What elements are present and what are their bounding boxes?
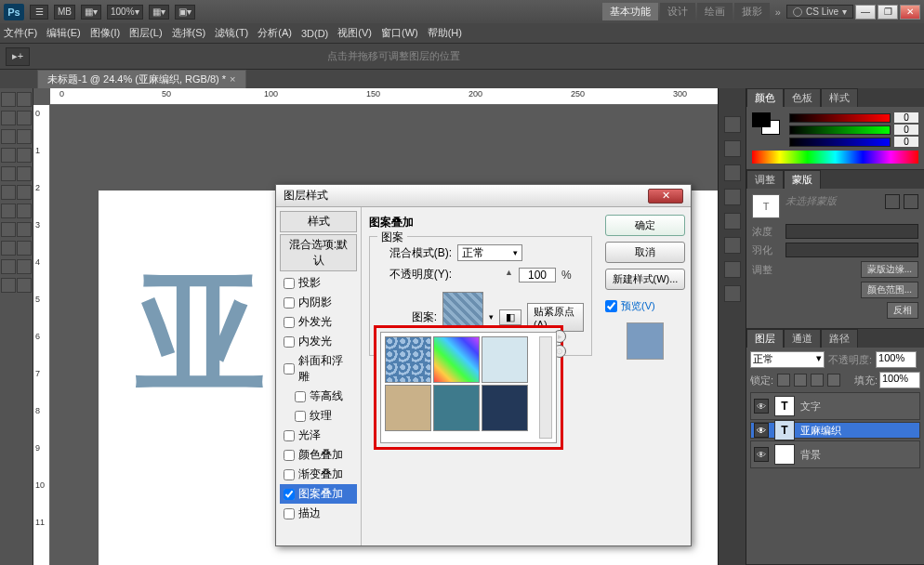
window-close-button[interactable]: ✕ bbox=[900, 5, 920, 20]
green-slider[interactable] bbox=[789, 125, 891, 135]
cancel-button[interactable]: 取消 bbox=[605, 242, 685, 263]
workspace-design-tab[interactable]: 设计 bbox=[660, 3, 695, 20]
preview-checkbox[interactable] bbox=[605, 300, 617, 312]
workspace-more-arrow[interactable]: » bbox=[772, 7, 785, 18]
layers-tab[interactable]: 图层 bbox=[746, 329, 784, 348]
red-value[interactable]: 0 bbox=[894, 112, 918, 123]
layer-row[interactable]: 👁 背景 bbox=[750, 440, 920, 468]
cslive-button[interactable]: CS Live▾ bbox=[786, 5, 853, 19]
window-minimize-button[interactable]: — bbox=[855, 5, 876, 20]
pattern-swatch-teal[interactable] bbox=[433, 385, 480, 431]
effect-color-overlay[interactable]: 颜色叠加 bbox=[280, 445, 357, 465]
window-maximize-button[interactable]: ❐ bbox=[878, 5, 898, 20]
pattern-swatch-tan[interactable] bbox=[385, 385, 431, 431]
effect-checkbox[interactable] bbox=[284, 336, 295, 348]
menu-analysis[interactable]: 分析(A) bbox=[257, 26, 292, 40]
opacity-slider[interactable] bbox=[457, 269, 513, 281]
strip-icon-1[interactable] bbox=[724, 116, 741, 133]
pattern-scrollbar[interactable] bbox=[539, 336, 552, 439]
menu-3d[interactable]: 3D(D) bbox=[301, 28, 328, 39]
menu-file[interactable]: 文件(F) bbox=[4, 26, 37, 40]
opacity-value-input[interactable]: 100 bbox=[519, 268, 556, 282]
mask-thumb[interactable]: T bbox=[752, 194, 780, 218]
effect-checkbox[interactable] bbox=[284, 508, 295, 519]
invert-button[interactable]: 反相 bbox=[887, 302, 918, 319]
opacity-input[interactable]: 100% bbox=[876, 351, 917, 368]
visibility-eye-icon[interactable]: 👁 bbox=[754, 399, 769, 414]
blend-options-header[interactable]: 混合选项:默认 bbox=[280, 234, 357, 271]
strip-icon-3[interactable] bbox=[724, 164, 741, 181]
channels-tab[interactable]: 通道 bbox=[784, 329, 821, 348]
layer-row[interactable]: 👁 T 文字 bbox=[750, 392, 920, 420]
titlebar-btn-6[interactable]: ▣▾ bbox=[175, 5, 195, 20]
color-spectrum[interactable] bbox=[752, 151, 918, 164]
paths-tab[interactable]: 路径 bbox=[821, 329, 858, 348]
swatches-tab[interactable]: 色板 bbox=[784, 88, 821, 107]
marquee-tool[interactable] bbox=[17, 92, 32, 107]
visibility-eye-icon[interactable]: 👁 bbox=[754, 423, 769, 438]
blend-mode-combo[interactable]: 正常 bbox=[457, 244, 522, 261]
strip-icon-8[interactable] bbox=[724, 285, 741, 302]
menu-select[interactable]: 选择(S) bbox=[172, 26, 206, 40]
red-slider[interactable] bbox=[789, 113, 891, 123]
effect-satin[interactable]: 光泽 bbox=[280, 426, 357, 445]
current-tool-indicator[interactable]: ▸+ bbox=[6, 47, 30, 66]
3d-camera-tool[interactable] bbox=[17, 259, 32, 274]
pattern-swatch-bubbles[interactable] bbox=[385, 336, 431, 383]
strip-icon-4[interactable] bbox=[724, 189, 741, 205]
fg-swatch[interactable] bbox=[752, 112, 771, 127]
color-range-button[interactable]: 颜色范围... bbox=[861, 282, 918, 298]
effect-checkbox[interactable] bbox=[284, 278, 295, 289]
masks-tab[interactable]: 蒙版 bbox=[784, 170, 821, 189]
strip-icon-2[interactable] bbox=[724, 140, 741, 157]
strip-icon-5[interactable] bbox=[724, 213, 741, 230]
dialog-close-button[interactable]: ✕ bbox=[648, 189, 683, 204]
stamp-tool[interactable] bbox=[1, 166, 16, 181]
blue-value[interactable]: 0 bbox=[894, 137, 918, 147]
eyedropper-tool[interactable] bbox=[17, 129, 32, 144]
adjustments-tab[interactable]: 调整 bbox=[746, 170, 784, 189]
pattern-swatch-navy[interactable] bbox=[482, 385, 528, 431]
type-tool[interactable] bbox=[17, 222, 32, 237]
pen-tool[interactable] bbox=[1, 222, 16, 237]
menu-edit[interactable]: 编辑(E) bbox=[46, 26, 81, 40]
effect-bevel[interactable]: 斜面和浮雕 bbox=[280, 351, 357, 387]
move-tool[interactable] bbox=[1, 92, 16, 107]
effect-checkbox[interactable] bbox=[284, 297, 295, 309]
zoom-tool[interactable] bbox=[17, 278, 32, 293]
layer-row[interactable]: 👁 T 亚麻编织 bbox=[750, 422, 920, 439]
menu-window[interactable]: 窗口(W) bbox=[381, 26, 418, 40]
color-tab[interactable]: 颜色 bbox=[746, 88, 784, 107]
dodge-tool[interactable] bbox=[17, 204, 32, 218]
effect-checkbox[interactable] bbox=[295, 411, 306, 422]
effect-checkbox[interactable] bbox=[295, 391, 306, 402]
lock-transparent-icon[interactable] bbox=[777, 374, 790, 387]
menu-image[interactable]: 图像(I) bbox=[90, 26, 120, 40]
effect-gradient-overlay[interactable]: 渐变叠加 bbox=[280, 465, 357, 484]
mask-edge-button[interactable]: 蒙版边缘... bbox=[861, 261, 918, 278]
effect-pattern-overlay[interactable]: 图案叠加 bbox=[280, 484, 357, 504]
dialog-titlebar[interactable]: 图层样式 ✕ bbox=[276, 185, 691, 207]
new-style-button[interactable]: 新建样式(W)... bbox=[605, 269, 685, 290]
effect-outer-glow[interactable]: 外发光 bbox=[280, 312, 357, 332]
heal-tool[interactable] bbox=[1, 148, 16, 163]
effect-drop-shadow[interactable]: 投影 bbox=[280, 273, 357, 293]
lock-image-icon[interactable] bbox=[794, 374, 807, 387]
effect-inner-glow[interactable]: 内发光 bbox=[280, 332, 357, 351]
vector-mask-icon[interactable] bbox=[904, 194, 918, 209]
green-value[interactable]: 0 bbox=[894, 125, 918, 135]
hand-tool[interactable] bbox=[1, 278, 16, 293]
fill-input[interactable]: 100% bbox=[879, 372, 920, 388]
pattern-swatch-lightblue[interactable] bbox=[482, 336, 528, 383]
visibility-eye-icon[interactable]: 👁 bbox=[754, 447, 769, 462]
crop-tool[interactable] bbox=[1, 129, 16, 144]
lock-all-icon[interactable] bbox=[827, 374, 840, 387]
effect-checkbox[interactable] bbox=[284, 450, 295, 461]
workspace-basic-tab[interactable]: 基本功能 bbox=[602, 3, 658, 20]
titlebar-btn-2[interactable]: MB bbox=[54, 5, 75, 20]
new-preset-icon[interactable]: ◧ bbox=[499, 309, 521, 325]
blue-slider[interactable] bbox=[789, 138, 891, 147]
blur-tool[interactable] bbox=[1, 204, 16, 218]
effect-contour[interactable]: 等高线 bbox=[280, 387, 357, 406]
3d-tool[interactable] bbox=[1, 259, 16, 274]
